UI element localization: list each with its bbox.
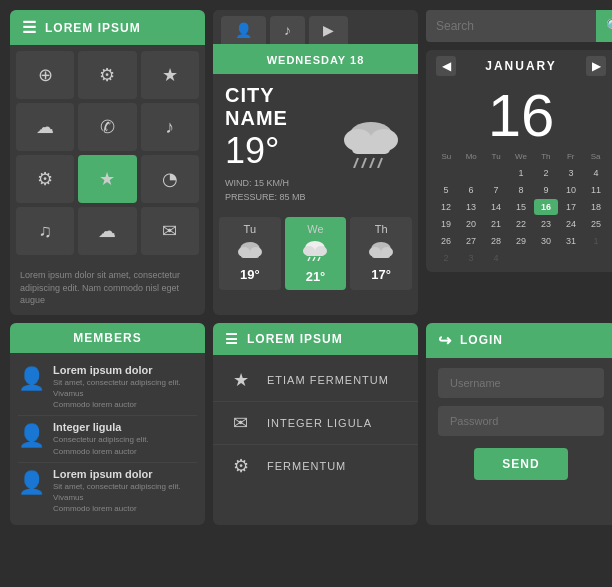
note-icon[interactable]: ♫ [16,207,74,255]
calendar-date[interactable]: 4 [584,165,608,181]
svg-line-18 [318,257,320,261]
weather-header: WEDNESDAY 18 [213,46,418,74]
user-tab[interactable]: 👤 [221,16,266,44]
calendar-date[interactable]: 2 [434,250,458,266]
calendar-date[interactable]: 21 [484,216,508,232]
calendar-nav: ◀ JANUARY ▶ [426,50,612,82]
calendar-date[interactable]: 28 [484,233,508,249]
svg-rect-15 [306,252,324,256]
calendar-date[interactable]: 2 [534,165,558,181]
calendar-date[interactable]: 19 [434,216,458,232]
calendar-date[interactable]: 24 [559,216,583,232]
password-field[interactable] [438,406,604,436]
calendar-date[interactable]: 1 [584,233,608,249]
svg-line-6 [370,158,374,168]
calendar-date[interactable]: 16 [534,199,558,215]
login-title: LOGIN [460,333,503,347]
calendar-next-button[interactable]: ▶ [586,56,606,76]
menu-item-fermentum2[interactable]: ⚙ FERMENTUM [213,445,418,487]
login-panel: ↪ LOGIN SEND [426,323,612,526]
member-item[interactable]: 👤 Lorem ipsum dolor Sit amet, consectetu… [18,463,197,520]
settings-icon[interactable]: ⚙ [16,155,74,203]
weather-day: WEDNESDAY 18 [267,54,365,66]
weather-icon [336,108,406,180]
calendar-date[interactable]: 17 [559,199,583,215]
calendar-date[interactable]: 4 [484,250,508,266]
hamburger-icon: ☰ [225,331,239,347]
calendar-date[interactable]: 3 [459,250,483,266]
calendar-date[interactable]: 10 [559,182,583,198]
calendar-date[interactable]: 6 [459,182,483,198]
calendar-date[interactable]: 14 [484,199,508,215]
svg-line-7 [378,158,382,168]
calendar-date[interactable]: 27 [459,233,483,249]
calendar-date[interactable]: 8 [509,182,533,198]
calendar-dates: 1234567891011121314151617181920212223242… [434,165,608,266]
calendar-date[interactable] [484,165,508,181]
forecast-we: We 21° [285,217,347,290]
play-tab[interactable]: ▶ [309,16,348,44]
star-filled-icon[interactable]: ★ [78,155,136,203]
calendar-date[interactable]: 5 [434,182,458,198]
username-field[interactable] [438,368,604,398]
avatar-icon: 👤 [18,423,45,449]
search-button[interactable]: 🔍 [596,10,612,42]
calendar-date[interactable] [459,165,483,181]
calendar-date[interactable]: 20 [459,216,483,232]
search-bar: 🔍 [426,10,612,42]
calendar-date[interactable]: 22 [509,216,533,232]
weather-info: CITY NAME 19° WIND: 15 KM/H PRESSURE: 85… [225,84,336,205]
member-info: Integer ligula Consectetur adipiscing el… [53,421,149,456]
phone-icon[interactable]: ✆ [78,103,136,151]
menu-footer: Lorem ipsum dolor sit amet, consectetur … [10,261,205,315]
members-title: MEMBERS [73,331,141,345]
calendar-date[interactable]: 31 [559,233,583,249]
calendar-date[interactable]: 12 [434,199,458,215]
calendar-date[interactable]: 3 [559,165,583,181]
globe-icon[interactable]: ⊕ [16,51,74,99]
calendar-date[interactable]: 9 [534,182,558,198]
mail-icon[interactable]: ✉ [141,207,199,255]
menu-title: LOREM IPSUM [45,21,141,35]
calendar-date[interactable]: 23 [534,216,558,232]
calendar-prev-button[interactable]: ◀ [436,56,456,76]
calendar-date[interactable]: 29 [509,233,533,249]
forecast-row: Tu 19° We [213,211,418,296]
menu-item-ligula[interactable]: ✉ INTEGER LIGULA [213,402,418,445]
lorem-menu-panel: ☰ LOREM IPSUM ★ ETIAM FERMENTUM ✉ INTEGE… [213,323,418,526]
menu-header: ☰ LOREM IPSUM [10,10,205,45]
music-icon[interactable]: ♪ [141,103,199,151]
calendar-date[interactable] [434,165,458,181]
hamburger-icon[interactable]: ☰ [22,18,37,37]
send-button[interactable]: SEND [474,448,567,480]
calendar-date[interactable]: 11 [584,182,608,198]
calendar-date[interactable]: 15 [509,199,533,215]
icon-grid: ⊕ ⚙ ★ ☁ ✆ ♪ ⚙ ★ ◔ ♫ ☁ ✉ [10,45,205,261]
member-item[interactable]: 👤 Integer ligula Consectetur adipiscing … [18,416,197,462]
cloud2-icon[interactable]: ☁ [78,207,136,255]
gear-icon[interactable]: ⚙ [78,51,136,99]
login-icon: ↪ [438,331,452,350]
lorem-menu-header: ☰ LOREM IPSUM [213,323,418,355]
svg-rect-11 [241,253,259,258]
svg-rect-3 [352,144,390,154]
lorem-menu-title: LOREM IPSUM [247,332,343,346]
avatar-icon: 👤 [18,470,45,496]
calendar-date[interactable]: 7 [484,182,508,198]
calendar-date[interactable]: 30 [534,233,558,249]
calendar-date[interactable]: 25 [584,216,608,232]
star-icon[interactable]: ★ [141,51,199,99]
calendar-date[interactable]: 18 [584,199,608,215]
member-item[interactable]: 👤 Lorem ipsum dolor Sit amet, consectetu… [18,359,197,417]
chart-icon[interactable]: ◔ [141,155,199,203]
wind-info: WIND: 15 KM/H PRESSURE: 85 MB [225,176,336,205]
cloud-icon[interactable]: ☁ [16,103,74,151]
right-column: 🔍 ◀ JANUARY ▶ 16 Su Mo Tu We Th Fr Sa [426,10,612,315]
calendar-date[interactable]: 26 [434,233,458,249]
calendar-today-big: 16 [426,82,612,146]
calendar-date[interactable]: 1 [509,165,533,181]
music-tab[interactable]: ♪ [270,16,305,44]
menu-item-fermentum[interactable]: ★ ETIAM FERMENTUM [213,359,418,402]
search-input[interactable] [426,11,596,41]
calendar-date[interactable]: 13 [459,199,483,215]
